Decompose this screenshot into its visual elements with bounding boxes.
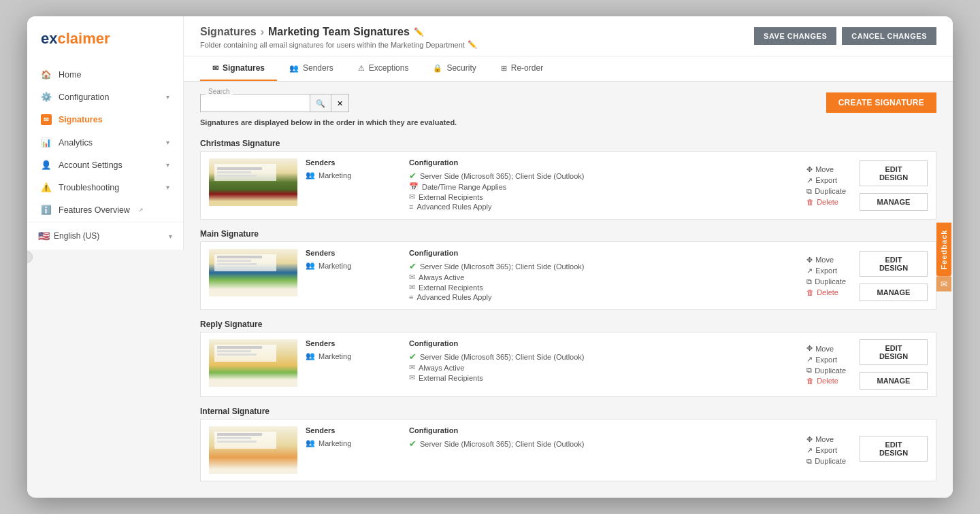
nav-signatures[interactable]: ✉ Signatures: [27, 109, 183, 131]
signature-actions-internal: ✥ Move ↗ Export ⧉ Duplicate: [806, 426, 928, 474]
tab-signatures[interactable]: ✉ Signatures: [200, 56, 277, 81]
language-label: English (US): [54, 231, 99, 241]
search-input[interactable]: [201, 95, 310, 112]
tab-reorder[interactable]: ⊞ Re-order: [489, 56, 555, 81]
manage-button-main[interactable]: MANAGE: [860, 284, 928, 301]
signature-title-reply: Reply Signature: [200, 315, 936, 332]
signatures-icon: ✉: [41, 114, 52, 125]
signature-senders-main: Senders 👥 Marketing: [306, 249, 401, 303]
delete-action[interactable]: 🗑 Delete: [806, 198, 846, 206]
calendar-icon: 📅: [409, 182, 419, 191]
delete-action-main[interactable]: 🗑 Delete: [806, 288, 846, 296]
nav-features-overview[interactable]: ℹ️ Features Overview ↗: [27, 199, 183, 220]
feedback-tab[interactable]: Feedback: [936, 223, 951, 277]
signature-title-christmas: Christmas Signature: [200, 135, 936, 151]
nav-home[interactable]: 🏠 Home: [27, 64, 183, 85]
manage-button-christmas[interactable]: MANAGE: [860, 193, 928, 211]
export-action-internal[interactable]: ↗ Export: [806, 446, 846, 455]
create-signature-button[interactable]: CREATE SIGNATURE: [826, 92, 936, 113]
breadcrumb: Signatures › Marketing Team Signatures ✏…: [200, 26, 477, 38]
tab-security[interactable]: 🔒 Security: [421, 56, 488, 81]
duplicate-icon-reply: ⧉: [806, 366, 812, 375]
check-icon-main: ✔: [409, 261, 416, 271]
action-links-reply: ✥ Move ↗ Export ⧉ Duplicate: [806, 344, 846, 385]
chevron-down-icon-analytics: ▾: [166, 139, 169, 146]
save-changes-button[interactable]: SAVE CHANGES: [754, 27, 836, 45]
delete-icon-main: 🗑: [806, 288, 814, 296]
signature-senders-christmas: Senders 👥 Marketing: [306, 158, 401, 212]
move-action-main[interactable]: ✥ Move: [806, 256, 846, 264]
senders-icon-internal: 👥: [306, 439, 315, 447]
tab-signatures-icon: ✉: [212, 64, 218, 73]
feedback-icon[interactable]: ✉: [936, 276, 951, 291]
external-icon-reply: ✉: [409, 373, 415, 382]
signature-actions-main: ✥ Move ↗ Export ⧉ Duplicate: [806, 249, 928, 303]
signature-section-main: Main Signature Senders 👥 Marketin: [200, 225, 936, 310]
edit-title-icon[interactable]: ✏️: [414, 27, 424, 37]
features-overview-icon: ℹ️: [41, 205, 52, 215]
nav-signatures-label: Signatures: [59, 115, 103, 124]
duplicate-action[interactable]: ⧉ Duplicate: [806, 187, 846, 196]
nav-features-overview-label: Features Overview: [59, 205, 130, 215]
rules-icon-main: ≡: [409, 293, 413, 301]
tab-senders[interactable]: 👥 Senders: [277, 56, 346, 81]
senders-icon-main: 👥: [306, 261, 315, 270]
analytics-icon: 📊: [41, 137, 52, 148]
action-links-internal: ✥ Move ↗ Export ⧉ Duplicate: [806, 435, 846, 466]
edit-description-icon[interactable]: ✏️: [468, 40, 477, 49]
export-action-main[interactable]: ↗ Export: [806, 267, 846, 275]
troubleshooting-icon: ⚠️: [41, 182, 52, 192]
nav-analytics[interactable]: 📊 Analytics ▾: [27, 132, 183, 153]
edit-design-button-main[interactable]: EDIT DESIGN: [860, 251, 928, 277]
flag-icon: 🇺🇸: [38, 230, 50, 241]
export-action-reply[interactable]: ↗ Export: [806, 355, 846, 364]
account-settings-icon: 👤: [41, 160, 52, 170]
search-icon: 🔍: [316, 99, 325, 107]
edit-design-button-reply[interactable]: EDIT DESIGN: [860, 339, 928, 365]
sidebar-collapse-button[interactable]: ‹: [27, 251, 33, 263]
nav-configuration-label: Configuration: [59, 92, 109, 102]
check-icon: ✔: [409, 171, 416, 181]
duplicate-action-internal[interactable]: ⧉ Duplicate: [806, 457, 846, 466]
delete-action-reply[interactable]: 🗑 Delete: [806, 377, 846, 385]
breadcrumb-parent[interactable]: Signatures: [200, 26, 257, 38]
export-action[interactable]: ↗ Export: [806, 176, 846, 185]
always-active-icon: ✉: [409, 273, 415, 281]
search-button[interactable]: 🔍: [310, 95, 331, 112]
senders-icon-reply: 👥: [306, 352, 315, 360]
nav-troubleshooting[interactable]: ⚠️ Troubleshooting ▾: [27, 177, 183, 198]
signature-preview-reply: [209, 339, 297, 387]
search-label: Search: [206, 88, 233, 95]
move-icon: ✥: [806, 165, 813, 174]
signature-senders-internal: Senders 👥 Marketing: [306, 426, 401, 474]
signature-section-internal: Internal Signature Senders 👥 Mark: [200, 402, 936, 481]
move-action-internal[interactable]: ✥ Move: [806, 435, 846, 444]
edit-design-button-internal[interactable]: EDIT DESIGN: [860, 436, 928, 462]
clear-search-button[interactable]: ✕: [331, 95, 348, 112]
nav-account-settings[interactable]: 👤 Account Settings ▾: [27, 154, 183, 175]
breadcrumb-current: Marketing Team Signatures: [268, 26, 410, 38]
check-icon-internal: ✔: [409, 439, 416, 449]
signature-config-christmas: Configuration ✔ Server Side (Microsoft 3…: [409, 158, 798, 212]
move-action[interactable]: ✥ Move: [806, 165, 846, 174]
action-links-main: ✥ Move ↗ Export ⧉ Duplicate: [806, 256, 846, 296]
export-icon: ↗: [806, 176, 813, 185]
manage-button-reply[interactable]: MANAGE: [860, 372, 928, 390]
nav-analytics-label: Analytics: [59, 138, 93, 148]
sender-item: 👥 Marketing: [306, 171, 401, 179]
chevron-down-icon-account: ▾: [166, 161, 169, 169]
move-action-reply[interactable]: ✥ Move: [806, 344, 846, 353]
export-icon-main: ↗: [806, 267, 813, 275]
duplicate-action-main[interactable]: ⧉ Duplicate: [806, 277, 846, 286]
edit-design-button-christmas[interactable]: EDIT DESIGN: [860, 160, 928, 186]
tab-exceptions[interactable]: ⚠ Exceptions: [346, 56, 421, 81]
nav-configuration[interactable]: ⚙️ Configuration ▾: [27, 86, 183, 107]
cancel-changes-button[interactable]: CANCEL CHANGES: [842, 27, 936, 45]
tab-senders-icon: 👥: [289, 64, 299, 73]
move-icon-main: ✥: [806, 256, 813, 264]
language-selector[interactable]: 🇺🇸 English (US) ▾: [27, 222, 183, 250]
tab-exceptions-icon: ⚠: [358, 64, 365, 73]
duplicate-action-reply[interactable]: ⧉ Duplicate: [806, 366, 846, 375]
nav-troubleshooting-label: Troubleshooting: [59, 183, 119, 192]
senders-icon: 👥: [306, 171, 315, 179]
